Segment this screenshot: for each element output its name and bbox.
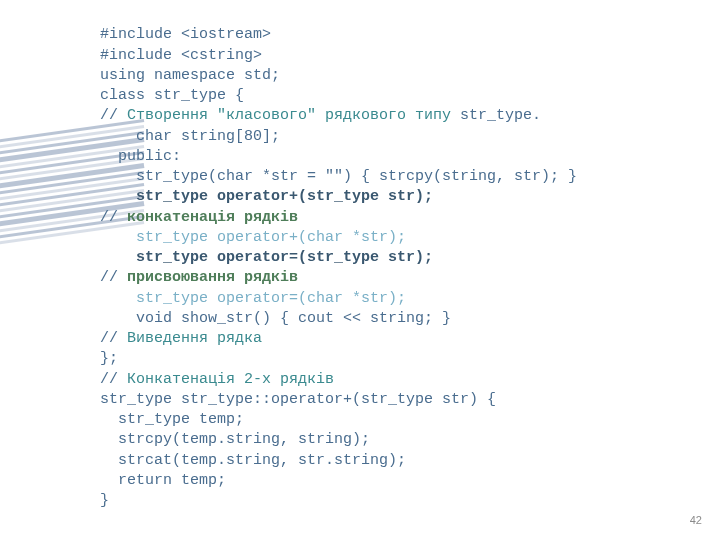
code-line: // Конкатенація 2-х рядків (100, 371, 334, 388)
code-line: str_type operator=(str_type str); (100, 249, 433, 266)
code-line: #include <iostream> (100, 26, 271, 43)
code-line: public: (100, 148, 181, 165)
code-line: strcat(temp.string, str.string); (100, 452, 406, 469)
code-line: str_type str_type::operator+(str_type st… (100, 391, 496, 408)
code-line: strcpy(temp.string, string); (100, 431, 370, 448)
code-line: void show_str() { cout << string; } (100, 310, 451, 327)
code-line: str_type(char *str = "") { strcpy(string… (100, 168, 577, 185)
code-line: // Виведення рядка (100, 330, 262, 347)
code-line: using namespace std; (100, 67, 280, 84)
code-line: class str_type { (100, 87, 244, 104)
code-line: str_type operator=(char *str); (100, 290, 406, 307)
code-line: // Створення "класового" рядкового типу … (100, 107, 541, 124)
code-line: str_type temp; (100, 411, 244, 428)
decorative-stripes (0, 130, 65, 290)
page-number: 42 (690, 513, 702, 528)
code-line: str_type operator+(str_type str); (100, 188, 433, 205)
code-block: #include <iostream> #include <cstring> u… (100, 5, 577, 511)
code-line: return temp; (100, 472, 226, 489)
code-line: // присвоювання рядків (100, 269, 298, 286)
code-line: #include <cstring> (100, 47, 262, 64)
code-line: } (100, 492, 109, 509)
code-line: }; (100, 350, 118, 367)
code-line: str_type operator+(char *str); (100, 229, 406, 246)
code-line: char string[80]; (100, 128, 280, 145)
code-line: // конкатенація рядків (100, 209, 298, 226)
